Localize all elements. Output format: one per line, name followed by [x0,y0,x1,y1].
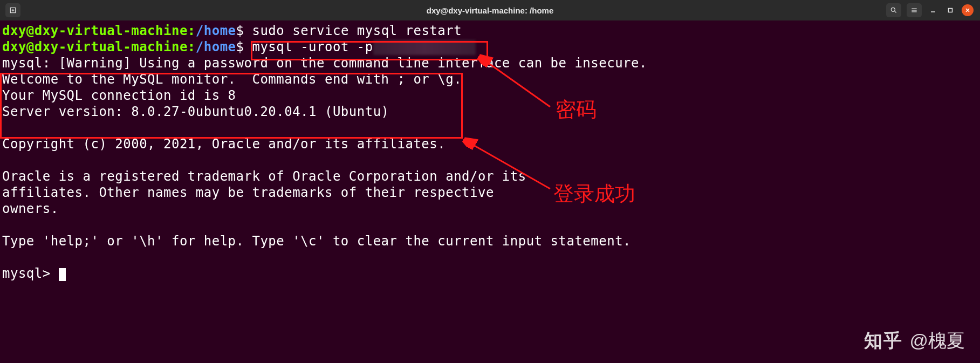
output-server-version: Server version: 8.0.27-0ubuntu0.20.04.1 … [2,104,978,120]
new-tab-button[interactable] [5,3,20,17]
output-trademark-2: affiliates. Other names may be trademark… [2,184,978,201]
prompt-user: dxy@dxy-virtual-machine [2,23,188,38]
window-title: dxy@dxy-virtual-machine: /home [427,6,554,15]
prompt-user: dxy@dxy-virtual-machine [2,39,188,54]
close-button[interactable] [962,4,974,16]
output-help: Type 'help;' or '\h' for help. Type '\c'… [2,233,978,249]
output-trademark-1: Oracle is a registered trademark of Orac… [2,168,978,184]
blank-line [2,120,978,136]
search-button[interactable] [886,3,901,17]
maximize-button[interactable] [944,4,956,16]
output-trademark-3: owners. [2,201,978,217]
blank-line [2,249,978,265]
blank-line [2,217,978,233]
prompt-sep: : [188,39,196,54]
prompt-line-2: dxy@dxy-virtual-machine:/home$ mysql -ur… [2,39,978,55]
output-connection-id: Your MySQL connection id is 8 [2,87,978,104]
watermark-author: @槐夏 [909,328,965,353]
svg-point-3 [891,8,895,11]
output-copyright: Copyright (c) 2000, 2021, Oracle and/or … [2,136,978,152]
watermark-logo: 知乎 [864,328,903,353]
terminal-body[interactable]: dxy@dxy-virtual-machine:/home$ sudo serv… [0,20,980,282]
output-warning: mysql: [Warning] Using a password on the… [2,55,978,71]
prompt-path: /home [196,39,236,54]
prompt-line-1: dxy@dxy-virtual-machine:/home$ sudo serv… [2,23,978,39]
cursor [59,268,66,281]
prompt-path: /home [196,23,236,38]
prompt-symbol: $ [236,23,244,38]
titlebar-left-controls [0,3,20,17]
window-titlebar: dxy@dxy-virtual-machine: /home [0,0,980,20]
prompt-symbol: $ [236,39,244,54]
svg-rect-9 [949,9,952,12]
command-2: mysql -uroot -p [252,39,373,54]
mysql-prompt: mysql> [2,266,59,281]
annotation-password: 密码 [556,96,597,124]
blank-line [2,152,978,168]
annotation-login-success: 登录成功 [553,180,635,208]
command-1: sudo service mysql restart [252,23,462,38]
output-welcome: Welcome to the MySQL monitor. Commands e… [2,71,978,87]
watermark: 知乎 @槐夏 [864,328,965,353]
svg-line-4 [895,11,896,13]
minimize-button[interactable] [927,4,939,16]
prompt-sep: : [188,23,196,38]
password-redacted [373,40,476,55]
titlebar-right-controls [886,3,980,17]
mysql-prompt-line: mysql> [2,265,978,282]
menu-button[interactable] [907,3,922,17]
